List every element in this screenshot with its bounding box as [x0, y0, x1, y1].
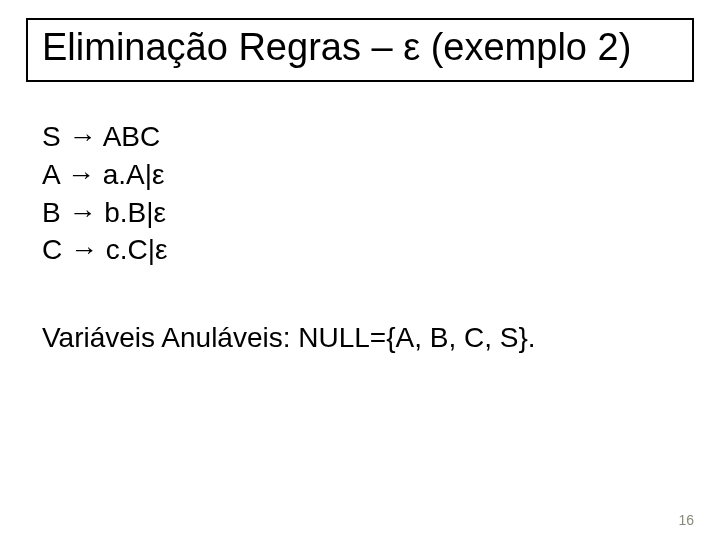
- slide: Eliminação Regras – ε (exemplo 2) S → AB…: [0, 0, 720, 540]
- rule-line: C → c.C|ε: [42, 231, 168, 269]
- rule-line: A → a.A|ε: [42, 156, 168, 194]
- slide-title: Eliminação Regras – ε (exemplo 2): [42, 26, 678, 70]
- nullable-variables: Variáveis Anuláveis: NULL={A, B, C, S}.: [42, 322, 536, 354]
- title-box: Eliminação Regras – ε (exemplo 2): [26, 18, 694, 82]
- grammar-rules: S → ABC A → a.A|ε B → b.B|ε C → c.C|ε: [42, 118, 168, 269]
- page-number: 16: [678, 512, 694, 528]
- rule-line: B → b.B|ε: [42, 194, 168, 232]
- rule-line: S → ABC: [42, 118, 168, 156]
